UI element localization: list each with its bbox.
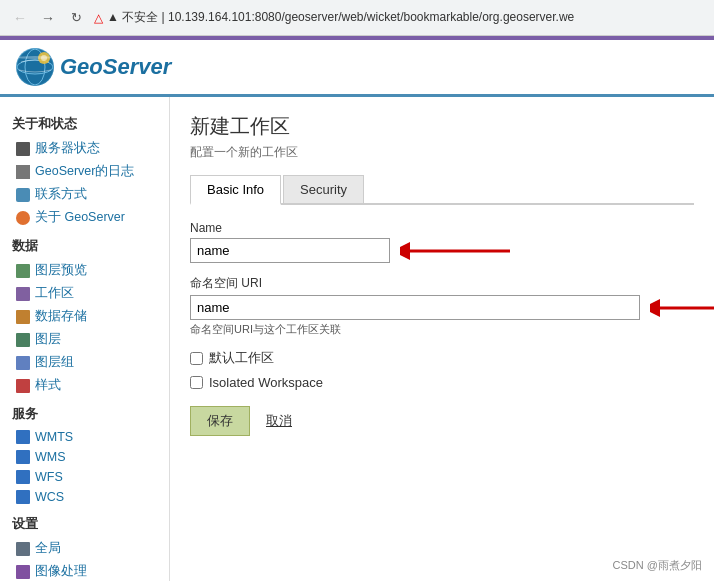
sidebar-label-wms: WMS — [35, 450, 66, 464]
logo-globe-icon — [16, 48, 54, 86]
security-indicator: △ ▲ 不安全 | 10.139.164.101:8080/geoserver/… — [94, 9, 574, 26]
main-layout: 关于和状态 服务器状态 GeoServer的日志 联系方式 关于 GeoServ… — [0, 97, 714, 581]
monitor-icon — [16, 142, 30, 156]
sidebar-item-datastore[interactable]: 数据存储 — [0, 305, 169, 328]
svg-point-3 — [38, 52, 50, 64]
sidebar-label-layer-preview: 图层预览 — [35, 262, 87, 279]
browser-bar: ← → ↻ △ ▲ 不安全 | 10.139.164.101:8080/geos… — [0, 0, 714, 36]
sidebar-item-wmts[interactable]: WMTS — [0, 427, 169, 447]
sidebar-label-wcs: WCS — [35, 490, 64, 504]
gs-icon — [16, 211, 30, 225]
sidebar-item-about[interactable]: 关于 GeoServer — [0, 206, 169, 229]
sidebar-label-styles: 样式 — [35, 377, 61, 394]
wfs-icon — [16, 470, 30, 484]
footer-credit: CSDN @雨煮夕阳 — [613, 558, 702, 573]
back-button[interactable]: ← — [10, 8, 30, 28]
sidebar-item-layer-preview[interactable]: 图层预览 — [0, 259, 169, 282]
sidebar: 关于和状态 服务器状态 GeoServer的日志 联系方式 关于 GeoServ… — [0, 97, 170, 581]
sidebar-item-wcs[interactable]: WCS — [0, 487, 169, 507]
sidebar-item-wfs[interactable]: WFS — [0, 467, 169, 487]
refresh-button[interactable]: ↻ — [66, 8, 86, 28]
sidebar-item-global[interactable]: 全局 — [0, 537, 169, 560]
geoserver-header: GeoServer — [0, 40, 714, 97]
uri-field-group: 命名空间 URI 命名空间URI与这个工作区关联 — [190, 275, 694, 337]
uri-label: 命名空间 URI — [190, 275, 694, 292]
name-label: Name — [190, 221, 694, 235]
storage-icon — [16, 310, 30, 324]
layer-icon — [16, 264, 30, 278]
default-workspace-checkbox[interactable] — [190, 352, 203, 365]
forward-button[interactable]: → — [38, 8, 58, 28]
button-row: 保存 取消 — [190, 406, 694, 436]
sidebar-item-wms[interactable]: WMS — [0, 447, 169, 467]
isolated-workspace-checkbox[interactable] — [190, 376, 203, 389]
sidebar-label-layergroup: 图层组 — [35, 354, 74, 371]
sidebar-item-layergroup[interactable]: 图层组 — [0, 351, 169, 374]
sidebar-label-contact: 联系方式 — [35, 186, 87, 203]
sidebar-item-styles[interactable]: 样式 — [0, 374, 169, 397]
uri-input-container — [190, 295, 694, 320]
image-icon — [16, 565, 30, 579]
isolated-workspace-label: Isolated Workspace — [209, 375, 323, 390]
svg-point-4 — [41, 55, 47, 61]
url-bar[interactable]: ▲ 不安全 | 10.139.164.101:8080/geoserver/we… — [107, 9, 574, 26]
default-workspace-label: 默认工作区 — [209, 349, 274, 367]
sidebar-item-image-processing[interactable]: 图像处理 — [0, 560, 169, 581]
name-input-container — [190, 238, 390, 263]
wcs-icon — [16, 490, 30, 504]
sidebar-item-layers[interactable]: 图层 — [0, 328, 169, 351]
group-icon — [16, 356, 30, 370]
page-subtitle: 配置一个新的工作区 — [190, 144, 694, 161]
style-icon — [16, 379, 30, 393]
tab-security[interactable]: Security — [283, 175, 364, 203]
sidebar-item-workspace[interactable]: 工作区 — [0, 282, 169, 305]
sidebar-section-about: 关于和状态 — [0, 107, 169, 137]
cancel-button[interactable]: 取消 — [258, 406, 300, 436]
globe-svg — [16, 48, 54, 86]
tabs-container: Basic Info Security — [190, 175, 694, 205]
sidebar-section-data: 数据 — [0, 229, 169, 259]
sidebar-label-wfs: WFS — [35, 470, 63, 484]
tab-basic-info[interactable]: Basic Info — [190, 175, 281, 205]
layeritem-icon — [16, 333, 30, 347]
default-workspace-row: 默认工作区 — [190, 349, 694, 367]
sidebar-item-server-status[interactable]: 服务器状态 — [0, 137, 169, 160]
save-button[interactable]: 保存 — [190, 406, 250, 436]
sidebar-label-about: 关于 GeoServer — [35, 209, 125, 226]
doc-icon — [16, 165, 30, 179]
content-area: 新建工作区 配置一个新的工作区 Basic Info Security Name — [170, 97, 714, 581]
logo-text: GeoServer — [60, 54, 171, 80]
sidebar-label-layers: 图层 — [35, 331, 61, 348]
sidebar-label-datastore: 数据存储 — [35, 308, 87, 325]
sidebar-label-logs: GeoServer的日志 — [35, 163, 134, 180]
sidebar-section-settings: 设置 — [0, 507, 169, 537]
sidebar-item-logs[interactable]: GeoServer的日志 — [0, 160, 169, 183]
sidebar-label-image-processing: 图像处理 — [35, 563, 87, 580]
sidebar-label-workspace: 工作区 — [35, 285, 74, 302]
name-field-group: Name — [190, 221, 694, 263]
sidebar-section-services: 服务 — [0, 397, 169, 427]
workspace-icon — [16, 287, 30, 301]
arrow-uri-icon — [650, 293, 714, 323]
security-icon: △ — [94, 11, 103, 25]
sidebar-label-wmts: WMTS — [35, 430, 73, 444]
wmts-icon — [16, 430, 30, 444]
global-icon — [16, 542, 30, 556]
uri-hint: 命名空间URI与这个工作区关联 — [190, 322, 694, 337]
geoserver-logo: GeoServer — [16, 48, 171, 86]
sidebar-label-global: 全局 — [35, 540, 61, 557]
page-title: 新建工作区 — [190, 113, 694, 140]
isolated-workspace-row: Isolated Workspace — [190, 375, 694, 390]
link-icon — [16, 188, 30, 202]
uri-input[interactable] — [190, 295, 640, 320]
name-input[interactable] — [190, 238, 390, 263]
wms-icon — [16, 450, 30, 464]
sidebar-label-server-status: 服务器状态 — [35, 140, 100, 157]
arrow-name-icon — [400, 236, 520, 266]
sidebar-item-contact[interactable]: 联系方式 — [0, 183, 169, 206]
